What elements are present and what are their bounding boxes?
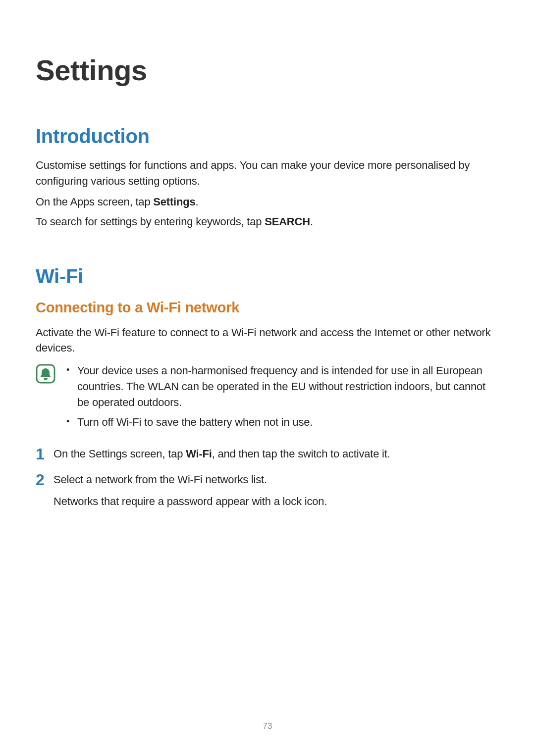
step-number-1: 1 <box>36 446 54 462</box>
intro-section: Introduction Customise settings for func… <box>36 125 499 230</box>
page-content: Settings Introduction Customise settings… <box>0 0 535 509</box>
page-number: 73 <box>0 721 535 731</box>
text-span: . <box>196 196 199 208</box>
wifi-section: Wi-Fi Connecting to a Wi-Fi network Acti… <box>36 265 499 509</box>
bold-wifi: Wi-Fi <box>186 448 212 460</box>
text-span: . <box>310 215 313 228</box>
step-body: On the Settings screen, tap Wi-Fi, and t… <box>54 446 499 462</box>
step-1-text: On the Settings screen, tap Wi-Fi, and t… <box>54 446 499 462</box>
text-span: To search for settings by entering keywo… <box>36 215 265 228</box>
intro-para-3: To search for settings by entering keywo… <box>36 214 499 230</box>
intro-heading: Introduction <box>36 125 499 148</box>
intro-para-1: Customise settings for functions and app… <box>36 157 499 189</box>
step-row: 2 Select a network from the Wi-Fi networ… <box>36 472 499 509</box>
bullet-dot: • <box>66 363 77 377</box>
text-span: On the Apps screen, tap <box>36 196 153 208</box>
note-bullet-2: Turn off Wi-Fi to save the battery when … <box>77 414 499 430</box>
note-content: • Your device uses a non-harmonised freq… <box>66 363 499 434</box>
note-bullet-row: • Turn off Wi-Fi to save the battery whe… <box>66 414 499 430</box>
intro-para-2: On the Apps screen, tap Settings. <box>36 194 499 210</box>
text-span: , and then tap the switch to activate it… <box>212 448 390 460</box>
bold-search: SEARCH <box>265 215 310 228</box>
bold-settings: Settings <box>153 196 195 208</box>
step-2-text: Select a network from the Wi-Fi networks… <box>54 472 499 488</box>
note-bullet-1: Your device uses a non-harmonised freque… <box>77 363 499 410</box>
bullet-dot: • <box>66 414 77 429</box>
text-span: On the Settings screen, tap <box>54 448 186 460</box>
page-title: Settings <box>36 53 499 87</box>
step-body: Select a network from the Wi-Fi networks… <box>54 472 499 509</box>
note-block: • Your device uses a non-harmonised freq… <box>36 363 499 434</box>
step-2-subtext: Networks that require a password appear … <box>54 494 499 509</box>
note-icon <box>36 364 59 386</box>
wifi-heading: Wi-Fi <box>36 265 499 288</box>
wifi-sub-heading: Connecting to a Wi-Fi network <box>36 300 499 316</box>
wifi-intro-text: Activate the Wi-Fi feature to connect to… <box>36 325 499 356</box>
bell-note-icon <box>36 364 55 384</box>
step-row: 1 On the Settings screen, tap Wi-Fi, and… <box>36 446 499 462</box>
note-bullet-row: • Your device uses a non-harmonised freq… <box>66 363 499 410</box>
step-number-2: 2 <box>36 472 54 488</box>
